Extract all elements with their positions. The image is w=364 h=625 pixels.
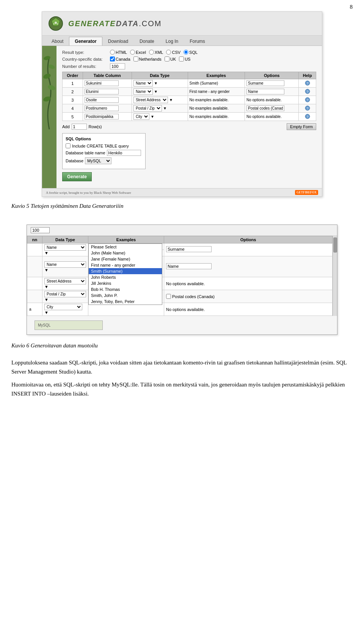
database-row: Database MySQL MSSQL Oracle xyxy=(66,157,142,164)
help-icon[interactable]: ? xyxy=(305,105,310,111)
dropdown-item-4[interactable]: Smith (Surname) xyxy=(89,268,162,274)
caption1: Kuvio 5 Tietojen syöttäminen Data Genera… xyxy=(11,203,364,209)
datatype-select-5[interactable]: City xyxy=(44,304,82,310)
result-sql[interactable]: SQL xyxy=(184,50,198,55)
db-table-input[interactable] xyxy=(107,150,141,156)
datatype-select-2[interactable]: Name xyxy=(44,261,86,268)
option-input-1[interactable] xyxy=(166,246,212,252)
nav-about[interactable]: About xyxy=(46,37,69,46)
dropdown-item-0[interactable]: Please Select xyxy=(89,244,162,250)
include-create-checkbox[interactable] xyxy=(66,143,71,148)
help-icon[interactable]: ? xyxy=(305,80,310,86)
nav-login[interactable]: Log In xyxy=(160,37,184,46)
scrollbar[interactable] xyxy=(333,236,337,316)
type-select[interactable]: City xyxy=(133,113,149,120)
type-select[interactable]: Postal / Zip xyxy=(133,105,162,111)
db-table-label: Database table name xyxy=(66,151,105,155)
footer-text: A freebie script, brought to you by Blac… xyxy=(46,191,131,195)
screenshot2: nn Data Type Examples Options Name xyxy=(27,225,337,335)
dropdown-item-6[interactable]: Jill Jenkins xyxy=(89,280,162,286)
table-row: Postal / Zip ▼ Postal codes (Canada) xyxy=(27,290,333,303)
result-csv[interactable]: CSV xyxy=(166,50,180,55)
gd-header: GenerateData.Com xyxy=(42,12,322,36)
dropdown-item-7[interactable]: Bob H. Thomas xyxy=(89,286,162,292)
sc2-bottom: MySQL xyxy=(27,316,337,334)
type-select[interactable]: Name xyxy=(133,88,153,95)
help-icon[interactable]: ? xyxy=(305,97,310,102)
database-select[interactable]: MySQL MSSQL Oracle xyxy=(85,157,111,164)
table-row: Name ▼ Smith (Surname) ▼ xyxy=(27,243,333,256)
dropdown-item-8[interactable]: Smith, John P. xyxy=(89,292,162,298)
postal-codes-label: Postal codes (Canada) xyxy=(166,294,330,299)
th-datatype: Data Type xyxy=(132,72,188,79)
col-name-input[interactable] xyxy=(85,80,119,86)
th-examples: Examples xyxy=(188,72,245,79)
db-table-name-row: Database table name xyxy=(66,150,142,156)
th-column: Table Column xyxy=(83,72,132,79)
col-name-input[interactable] xyxy=(85,97,119,103)
svg-point-4 xyxy=(57,24,58,25)
option-input[interactable] xyxy=(246,89,284,94)
result-xml[interactable]: XML xyxy=(149,50,163,55)
col-name-input[interactable] xyxy=(85,89,119,94)
rows-label: Row(s) xyxy=(89,124,102,129)
include-create-row: Include CREATE TABLE query xyxy=(66,143,142,148)
th-help: Help xyxy=(299,72,316,79)
help-icon[interactable]: ? xyxy=(305,114,310,119)
option-input[interactable] xyxy=(246,105,284,111)
dropdown-item-3[interactable]: First name - any gender xyxy=(89,262,162,268)
datatype-select-4[interactable]: Postal / Zip xyxy=(44,291,86,297)
th-options: Options xyxy=(245,72,299,79)
svg-text:?: ? xyxy=(306,107,308,110)
result-excel[interactable]: Excel xyxy=(130,50,146,55)
type-select[interactable]: Street Address xyxy=(133,97,168,103)
svg-point-8 xyxy=(48,64,55,70)
paragraph-1: Lopputuloksena saadaan SQL-skripti, joka… xyxy=(11,358,353,376)
option-input-2[interactable] xyxy=(166,263,212,269)
getfirefox-label: GETFIREFOX xyxy=(295,190,318,195)
examples-dropdown[interactable]: Please Select John (Male Name) Jane (Fem… xyxy=(88,243,162,305)
body-text: Lopputuloksena saadaan SQL-skripti, joka… xyxy=(11,358,353,398)
sc2-number-input[interactable] xyxy=(31,227,50,233)
gd-nav: About Generator Download Donate Log In F… xyxy=(42,36,322,46)
page-number: 8 xyxy=(350,4,353,10)
logo-icon xyxy=(48,16,64,31)
dropdown-item-2[interactable]: Jane (Female Name) xyxy=(89,256,162,262)
dropdown-item-9[interactable]: Jenny, Toby, Ben, Peter xyxy=(89,298,162,305)
add-count-input[interactable] xyxy=(72,124,87,130)
col-name-input[interactable] xyxy=(85,105,119,111)
country-us[interactable]: US xyxy=(179,57,190,61)
option-input[interactable] xyxy=(246,80,284,86)
scrollbar-thumb xyxy=(333,237,337,253)
table-row: 4 Postal / Zip ▼ No examples available. … xyxy=(63,104,316,113)
database-label: Database xyxy=(66,159,83,163)
col-name-input[interactable] xyxy=(85,114,119,119)
result-html[interactable]: HTML xyxy=(110,50,127,55)
nav-generator[interactable]: Generator xyxy=(69,37,102,46)
country-uk[interactable]: UK xyxy=(165,57,176,61)
country-netherlands[interactable]: Netherlands xyxy=(133,57,162,61)
datatype-select-1[interactable]: Name xyxy=(44,244,86,251)
svg-point-3 xyxy=(53,24,55,25)
dropdown-item-5[interactable]: John Roberts xyxy=(89,274,162,280)
nav-forums[interactable]: Forums xyxy=(184,37,211,46)
num-results-input[interactable] xyxy=(110,63,125,69)
nav-donate[interactable]: Donate xyxy=(134,37,160,46)
no-options-5: No options available. xyxy=(166,307,205,312)
add-row-controls: Add Row(s) Empty Form xyxy=(62,123,316,130)
sc2-th-datatype: Data Type xyxy=(42,236,88,243)
generate-button[interactable]: Generate xyxy=(62,172,92,181)
table-row: 5 City ▼ No examples available. No optio… xyxy=(63,113,316,121)
nav-download[interactable]: Download xyxy=(102,37,134,46)
postal-codes-checkbox[interactable] xyxy=(166,294,171,299)
num-results-label: Number of results: xyxy=(62,64,108,69)
country-options: Canada Netherlands UK US xyxy=(110,57,190,61)
empty-form-button[interactable]: Empty Form xyxy=(287,123,316,130)
datatype-select-3[interactable]: Street Address xyxy=(44,278,86,284)
type-select[interactable]: Name xyxy=(133,80,153,86)
help-icon[interactable]: ? xyxy=(305,89,310,94)
svg-text:?: ? xyxy=(306,90,308,94)
svg-text:?: ? xyxy=(306,82,308,85)
country-canada[interactable]: Canada xyxy=(110,57,130,61)
dropdown-item-1[interactable]: John (Male Name) xyxy=(89,250,162,256)
